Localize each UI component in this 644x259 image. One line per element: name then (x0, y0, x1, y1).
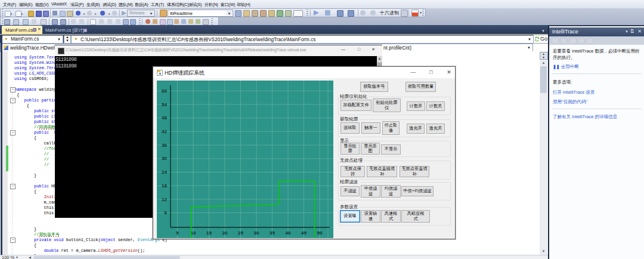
svg-text:12: 12 (162, 197, 167, 202)
svg-text:40: 40 (286, 230, 291, 236)
svg-text:54: 54 (162, 102, 167, 107)
svg-text:6: 6 (165, 210, 168, 215)
svg-text:35: 35 (270, 230, 275, 236)
svg-text:20: 20 (222, 230, 228, 236)
svg-text:24: 24 (162, 169, 167, 175)
svg-text:30: 30 (162, 156, 167, 161)
svg-text:36: 36 (162, 143, 167, 148)
svg-text:15: 15 (206, 230, 212, 236)
svg-text:18: 18 (162, 183, 167, 189)
svg-text:25: 25 (238, 230, 243, 236)
svg-text:60: 60 (162, 88, 167, 94)
svg-text:5: 5 (176, 230, 179, 236)
svg-text:42: 42 (162, 129, 167, 134)
svg-text:45: 45 (301, 230, 306, 236)
svg-text:30: 30 (254, 230, 259, 236)
svg-text:48: 48 (162, 115, 167, 121)
svg-text:50: 50 (317, 230, 323, 236)
